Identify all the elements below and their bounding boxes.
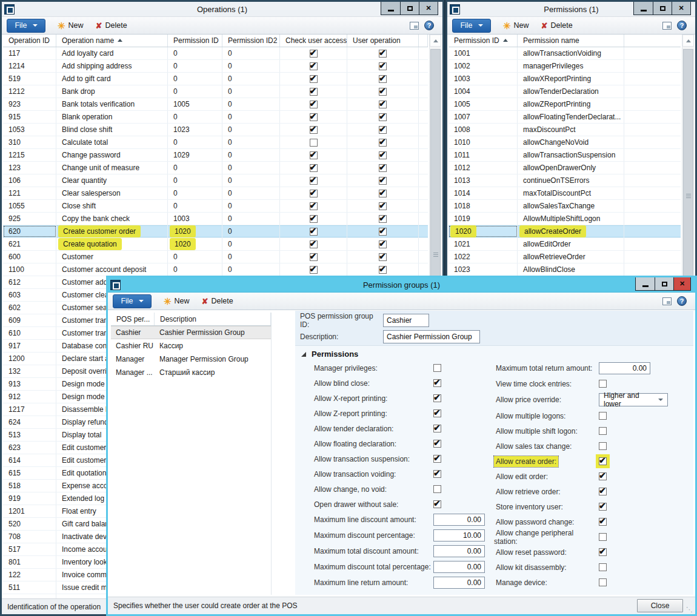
checkbox[interactable] — [379, 266, 387, 274]
maximize-button[interactable] — [655, 277, 673, 290]
table-row[interactable]: 1011allowTransactionSuspension — [449, 149, 681, 162]
table-row[interactable]: 1100Customer account deposit00 — [3, 263, 428, 276]
table-row[interactable]: 121Clear salesperson00 — [3, 187, 428, 200]
checkbox[interactable] — [310, 113, 318, 121]
checkbox[interactable] — [379, 62, 387, 70]
checkbox[interactable] — [310, 266, 318, 274]
checkbox[interactable] — [310, 240, 318, 248]
checkbox[interactable] — [379, 240, 387, 248]
table-row[interactable]: 621Create quotation10200 — [3, 238, 428, 251]
checkbox[interactable] — [310, 139, 318, 147]
table-row[interactable]: 117Add loyalty card00 — [3, 47, 428, 60]
table-row[interactable]: 1002managerPrivileges — [449, 60, 681, 73]
checkbox[interactable] — [433, 394, 441, 402]
permissions-section-header[interactable]: Permissions — [301, 349, 358, 359]
table-row[interactable]: 1053Blind close shift10230 — [3, 124, 428, 136]
checkbox[interactable] — [433, 425, 441, 432]
help-icon[interactable]: ? — [677, 296, 687, 306]
checkbox[interactable] — [379, 113, 387, 121]
checkbox[interactable] — [379, 50, 387, 58]
checkbox[interactable] — [379, 190, 387, 197]
table-row[interactable]: 1013continueOnTSErrors — [449, 174, 681, 187]
table-row[interactable]: 1022allowRetrieveOrder — [449, 251, 681, 263]
checkbox[interactable] — [310, 151, 318, 159]
number-input[interactable]: 10.00 — [433, 529, 485, 541]
column-header[interactable]: Operation ID — [3, 35, 56, 47]
checkbox[interactable] — [433, 455, 441, 463]
checkbox[interactable] — [379, 228, 387, 236]
number-input[interactable]: 0.00 — [433, 514, 485, 526]
checkbox[interactable] — [599, 457, 607, 465]
close-form-button[interactable]: Close — [637, 599, 683, 612]
group-id-field[interactable]: Cashier — [383, 314, 429, 327]
checkbox[interactable] — [379, 75, 387, 83]
file-menu-button[interactable]: File — [452, 19, 491, 33]
table-row[interactable]: 915Blank operation00 — [3, 111, 428, 124]
checkbox[interactable] — [599, 427, 607, 435]
checkbox[interactable] — [599, 518, 607, 526]
checkbox[interactable] — [379, 139, 387, 147]
checkbox[interactable] — [379, 215, 387, 223]
checkbox[interactable] — [379, 177, 387, 185]
close-button[interactable]: ✕ — [419, 2, 438, 15]
checkbox[interactable] — [310, 50, 318, 58]
checkbox[interactable] — [433, 364, 441, 372]
maximize-button[interactable] — [653, 2, 672, 15]
scroll-up-button[interactable] — [682, 35, 694, 47]
price-override-select[interactable]: Higher and lower — [599, 393, 668, 406]
table-row[interactable]: 1021allowEditOrder — [449, 238, 681, 251]
new-button[interactable]: ✳New — [164, 297, 190, 306]
checkbox[interactable] — [310, 88, 318, 96]
checkbox[interactable] — [310, 126, 318, 134]
table-row[interactable]: 123Change unit of measure00 — [3, 162, 428, 174]
table-row[interactable]: 106Clear quantity00 — [3, 174, 428, 187]
table-row[interactable]: 1014maxTotalDiscountPct — [449, 187, 681, 200]
column-header[interactable]: Permission ID — [168, 35, 222, 47]
checkbox[interactable] — [433, 440, 441, 448]
checkbox[interactable] — [379, 202, 387, 210]
checkbox[interactable] — [433, 379, 441, 387]
new-button[interactable]: ✳New — [503, 21, 529, 30]
table-row[interactable]: 1019AllowMultipleShiftLogon — [449, 213, 681, 225]
checkbox[interactable] — [379, 253, 387, 261]
table-row[interactable]: 1003allowXReportPrinting — [449, 73, 681, 85]
checkbox[interactable] — [310, 215, 318, 223]
checkbox[interactable] — [310, 177, 318, 185]
checkbox[interactable] — [310, 101, 318, 108]
table-row[interactable]: 923Bank totals verification10050 — [3, 98, 428, 111]
list-item[interactable]: Cashier RUКассир — [111, 339, 271, 353]
checkbox[interactable] — [599, 578, 607, 586]
maximize-button[interactable] — [400, 2, 419, 15]
table-row[interactable]: 1018allowSalesTaxChange — [449, 200, 681, 213]
checkbox[interactable] — [599, 472, 607, 480]
list-item[interactable]: ManagerManager Permission Group — [111, 353, 271, 366]
checkbox[interactable] — [310, 75, 318, 83]
checkbox[interactable] — [433, 485, 441, 493]
column-header[interactable]: User operation — [347, 35, 419, 47]
column-header[interactable]: Check user access — [280, 35, 347, 47]
scroll-up-button[interactable] — [430, 35, 441, 47]
checkbox[interactable] — [433, 500, 441, 508]
checkbox[interactable] — [310, 253, 318, 261]
table-row[interactable]: 1005allowZReportPrinting — [449, 98, 681, 111]
number-input[interactable]: 0.00 — [433, 545, 485, 557]
delete-button[interactable]: ✘Delete — [541, 21, 573, 30]
close-button[interactable]: ✕ — [672, 2, 690, 15]
column-header[interactable]: Permission ID2 — [222, 35, 280, 47]
file-menu-button[interactable]: File — [113, 294, 152, 308]
checkbox[interactable] — [310, 190, 318, 197]
number-input[interactable]: 0.00 — [599, 362, 650, 374]
table-row[interactable]: 1012allowOpenDrawerOnly — [449, 162, 681, 174]
checkbox[interactable] — [379, 101, 387, 108]
column-header[interactable]: Permission name — [518, 35, 624, 47]
checkbox[interactable] — [310, 62, 318, 70]
table-row[interactable]: 1001allowTransactionVoiding — [449, 47, 681, 60]
table-row[interactable]: 1023AllowBlindClose — [449, 263, 681, 276]
table-row[interactable]: 310Calculate total00 — [3, 136, 428, 149]
close-button[interactable]: ✕ — [673, 277, 690, 290]
table-row[interactable]: 1004allowTenderDeclaration — [449, 85, 681, 98]
delete-button[interactable]: ✘Delete — [96, 21, 127, 30]
layout-pane-icon[interactable] — [662, 297, 672, 305]
table-row[interactable]: 1007allowFloatingTenderDeclarat... — [449, 111, 681, 124]
checkbox[interactable] — [379, 126, 387, 134]
